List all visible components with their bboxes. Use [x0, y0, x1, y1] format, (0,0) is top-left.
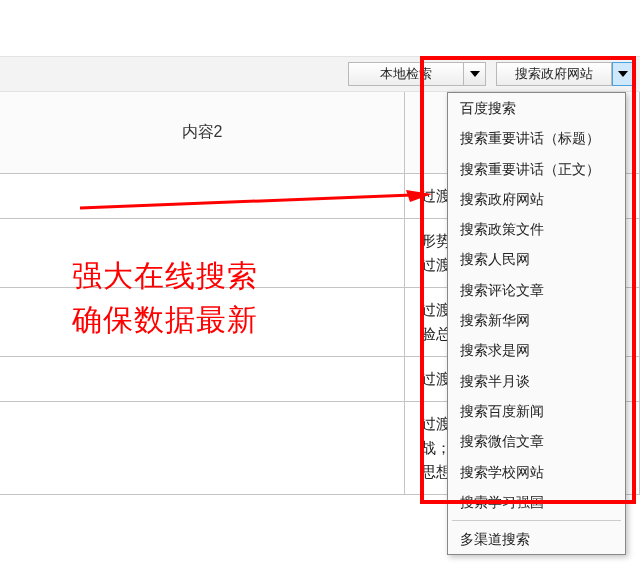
- dropdown-item[interactable]: 搜索评论文章: [448, 275, 625, 305]
- dropdown-item[interactable]: 搜索百度新闻: [448, 396, 625, 426]
- triangle-down-icon: [470, 71, 480, 77]
- dropdown-separator: [452, 520, 621, 521]
- dropdown-item[interactable]: 搜索微信文章: [448, 426, 625, 456]
- table-cell[interactable]: [0, 402, 405, 495]
- online-search-label: 搜索政府网站: [496, 62, 612, 86]
- dropdown-item[interactable]: 搜索人民网: [448, 244, 625, 274]
- online-search-combo[interactable]: 搜索政府网站: [496, 62, 634, 86]
- table-cell[interactable]: [0, 219, 405, 288]
- dropdown-item[interactable]: 搜索重要讲话（正文）: [448, 154, 625, 184]
- online-search-dropdown-menu: 百度搜索 搜索重要讲话（标题） 搜索重要讲话（正文） 搜索政府网站 搜索政策文件…: [447, 92, 626, 555]
- local-search-dropdown-button[interactable]: [464, 62, 486, 86]
- local-search-label: 本地检索: [348, 62, 464, 86]
- dropdown-item[interactable]: 搜索学校网站: [448, 457, 625, 487]
- table-header-col2: 内容2: [0, 92, 405, 174]
- top-spacer: [0, 0, 640, 56]
- toolbar: 本地检索 搜索政府网站: [0, 56, 640, 92]
- table-cell[interactable]: [0, 357, 405, 402]
- dropdown-item[interactable]: 搜索重要讲话（标题）: [448, 123, 625, 153]
- dropdown-item[interactable]: 搜索政策文件: [448, 214, 625, 244]
- dropdown-item[interactable]: 百度搜索: [448, 93, 625, 123]
- dropdown-item[interactable]: 搜索半月谈: [448, 366, 625, 396]
- online-search-dropdown-button[interactable]: [612, 62, 634, 86]
- dropdown-item[interactable]: 搜索学习强国: [448, 487, 625, 517]
- local-search-combo[interactable]: 本地检索: [348, 62, 486, 86]
- table-cell[interactable]: [0, 288, 405, 357]
- triangle-down-icon: [618, 71, 628, 77]
- dropdown-item[interactable]: 搜索政府网站: [448, 184, 625, 214]
- dropdown-item[interactable]: 搜索求是网: [448, 335, 625, 365]
- dropdown-item[interactable]: 搜索新华网: [448, 305, 625, 335]
- dropdown-item[interactable]: 多渠道搜索: [448, 524, 625, 554]
- table-cell[interactable]: [0, 174, 405, 219]
